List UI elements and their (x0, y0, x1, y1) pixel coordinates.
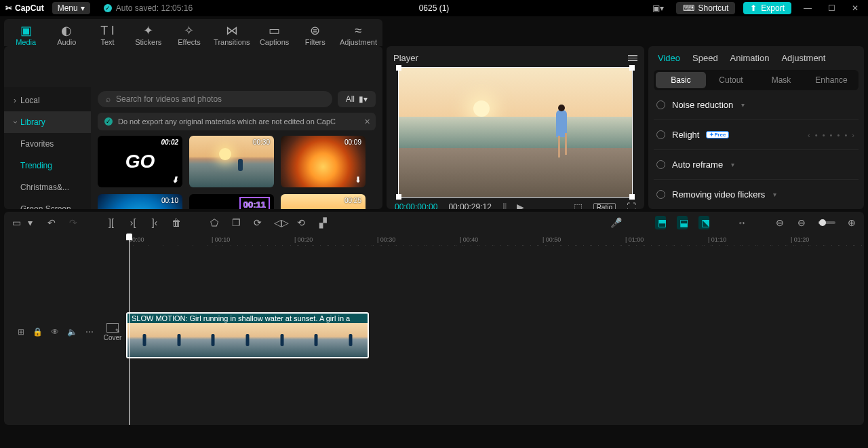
track-more-button[interactable]: ⋯ (85, 327, 94, 337)
nav-library[interactable]: Library (4, 111, 91, 133)
redo-button[interactable]: ↷ (68, 217, 79, 228)
zoom-slider[interactable] (818, 221, 835, 224)
media-thumb[interactable]: 00:02GO⬇ (98, 136, 182, 187)
split-button[interactable]: ][ (106, 217, 117, 228)
filter-all-button[interactable]: All▮▾ (338, 91, 376, 107)
tab-captions[interactable]: ▭Captions (258, 23, 290, 46)
inspector-tab-adjustment[interactable]: Adjustment (781, 53, 825, 63)
inspector-subtab-basic[interactable]: Basic (656, 72, 706, 88)
video-clip[interactable]: SLOW MOTION: Girl running in shallow wat… (126, 312, 369, 358)
nav-item-trending[interactable]: Trending (4, 155, 91, 176)
export-button[interactable]: ⬆Export (743, 2, 791, 14)
play-button[interactable]: ▶ (517, 202, 524, 209)
nav-local[interactable]: Local (4, 90, 91, 111)
aspect-ratio-button[interactable]: Ratio (593, 203, 616, 210)
inspector-tab-speed[interactable]: Speed (692, 53, 718, 63)
layout-button[interactable]: ▣▾ (648, 3, 668, 13)
group-button[interactable]: ❐ (231, 217, 241, 228)
adjustment-icon: ≈ (355, 23, 361, 38)
option-noise-reduction[interactable]: Noise reduction▾ (654, 90, 859, 120)
inspector-tab-video[interactable]: Video (658, 53, 680, 63)
resize-handle-tl[interactable] (396, 65, 401, 71)
tab-transitions[interactable]: ⋈Transitions (214, 23, 250, 46)
player-canvas[interactable] (398, 67, 633, 198)
lock-track-button[interactable]: 🔒 (33, 327, 43, 337)
snapshot-button[interactable]: ⬚ (574, 202, 583, 209)
timeline[interactable]: 00:00| 00:10| 00:20| 00:30| 00:40| 00:50… (4, 234, 864, 425)
tab-effects[interactable]: ✧Effects (173, 23, 205, 46)
media-thumb[interactable]: 00:30 (189, 136, 274, 187)
add-track-button[interactable]: ⊞ (18, 327, 24, 337)
tab-stickers[interactable]: ✦Stickers (132, 23, 165, 46)
fullscreen-button[interactable]: ⛶ (627, 202, 636, 209)
tab-text[interactable]: T IText (91, 23, 123, 46)
radio-icon[interactable] (656, 190, 665, 199)
selection-tool-button[interactable]: ▭ (11, 217, 22, 228)
timeline-tracks[interactable]: SLOW MOTION: Girl running in shallow wat… (126, 234, 864, 425)
current-timecode[interactable]: 00:00:00:00 (395, 202, 437, 209)
marker-button[interactable]: ⬠ (209, 217, 220, 228)
nav-item-christmas-[interactable]: Christmas&... (4, 176, 91, 198)
mute-track-button[interactable]: 🔈 (67, 327, 77, 337)
inspector-subtab-cutout[interactable]: Cutout (706, 72, 756, 88)
refresh-button[interactable]: ⟳ (252, 217, 263, 228)
library-body: ⌕ Search for videos and photos All▮▾ ✓ D… (91, 87, 382, 209)
radio-icon[interactable] (656, 130, 665, 139)
nav-item-favorites[interactable]: Favorites (4, 133, 91, 155)
media-thumb[interactable]: 00:09⬇ (281, 136, 366, 187)
trim-right-button[interactable]: ]‹ (149, 217, 160, 228)
resize-handle-br[interactable] (629, 194, 635, 200)
inspector-subtab-enhance[interactable]: Enhance (806, 72, 856, 88)
download-icon[interactable]: ⬇ (172, 175, 178, 185)
player-viewport[interactable] (393, 67, 637, 198)
tab-filters[interactable]: ⊜Filters (299, 23, 332, 46)
maximize-button[interactable]: ☐ (824, 3, 840, 13)
magnet-left-button[interactable]: ⬒ (655, 216, 666, 229)
notice-close-button[interactable]: ✕ (364, 117, 370, 126)
tab-adjustment[interactable]: ≈Adjustment (340, 23, 377, 46)
trim-left-button[interactable]: ›[ (127, 217, 138, 228)
option-auto-reframe[interactable]: Auto reframe▾ (654, 150, 859, 180)
playhead[interactable] (129, 234, 130, 425)
crop-button[interactable]: ▞ (317, 217, 328, 228)
cover-button[interactable]: Cover (99, 234, 126, 425)
menu-button[interactable]: Menu▾ (52, 2, 90, 14)
search-input[interactable]: ⌕ Search for videos and photos (98, 91, 332, 107)
inspector-subtab-mask[interactable]: Mask (756, 72, 806, 88)
toggle-visibility-button[interactable]: 👁 (51, 327, 59, 337)
delete-button[interactable]: 🗑 (171, 217, 182, 228)
inspector-tab-animation[interactable]: Animation (730, 53, 770, 63)
close-button[interactable]: ✕ (848, 3, 863, 13)
shortcut-button[interactable]: ⌨Shortcut (676, 2, 736, 14)
resize-handle-tr[interactable] (629, 65, 635, 71)
radio-icon[interactable] (656, 100, 665, 109)
rotate-button[interactable]: ⟲ (296, 217, 307, 228)
mic-button[interactable]: 🎤 (610, 217, 621, 228)
media-thumb[interactable]: 00:11THE END (189, 194, 274, 209)
resize-handle-bl[interactable] (396, 194, 401, 200)
tab-audio[interactable]: ◐Audio (50, 23, 83, 46)
text-icon: T I (100, 23, 115, 38)
mirror-button[interactable]: ◁▷ (274, 217, 285, 228)
prev-frame-button[interactable]: ||| (502, 202, 506, 209)
minimize-button[interactable]: — (800, 3, 816, 13)
nav-item-green-screen[interactable]: Green Screen (4, 198, 91, 209)
carousel-dots[interactable]: ‹ • • • • • › (808, 131, 856, 139)
zoom-fit-button[interactable]: ⊕ (846, 217, 857, 228)
download-icon[interactable]: ⬇ (355, 175, 361, 185)
align-button[interactable]: ↔ (736, 217, 747, 228)
zoom-out-button[interactable]: ⊖ (774, 217, 785, 228)
magnet-center-button[interactable]: ⬓ (677, 216, 688, 229)
zoom-in-button[interactable]: ⊖ (796, 217, 807, 228)
selection-tool-dropdown[interactable]: ▾ (24, 217, 35, 228)
undo-button[interactable]: ↶ (46, 217, 57, 228)
magnet-right-button[interactable]: ⬔ (698, 216, 709, 229)
option-remove-flicker[interactable]: Removing video flickers▾ (654, 180, 859, 209)
media-thumb[interactable]: 00:25 (281, 194, 366, 209)
tab-media[interactable]: ▣Media (9, 23, 42, 46)
media-thumb[interactable]: 00:10 (98, 194, 182, 209)
player-menu-button[interactable] (628, 55, 637, 61)
radio-icon[interactable] (656, 160, 665, 169)
keyboard-icon: ⌨ (683, 3, 694, 13)
option-relight[interactable]: Relight ✦Free ‹ • • • • • › (654, 120, 859, 150)
